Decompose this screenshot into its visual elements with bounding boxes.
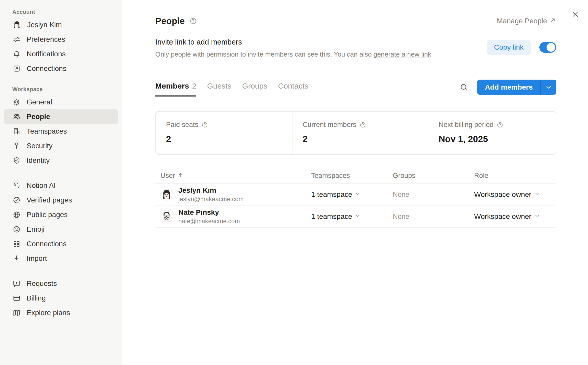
teamspaces-value: 1 teamspace <box>311 190 352 199</box>
tab-groups[interactable]: Groups <box>242 82 267 96</box>
close-icon[interactable] <box>570 9 581 20</box>
sidebar-item-label: Import <box>27 254 47 263</box>
key-icon <box>12 142 21 150</box>
sidebar-item-label: Identity <box>27 156 50 165</box>
sidebar-item-label: Billing <box>27 294 46 302</box>
sidebar-item-teamspaces[interactable]: Teamspaces <box>4 124 118 138</box>
stat-value: Nov 1, 2025 <box>439 134 546 144</box>
sidebar-item-identity[interactable]: Identity <box>4 153 118 168</box>
sidebar-item-label: Preferences <box>27 35 65 44</box>
sidebar-item-public-pages[interactable]: Public pages <box>4 207 118 222</box>
sidebar-item-preferences[interactable]: Preferences <box>4 32 118 47</box>
teamspaces-value: 1 teamspace <box>311 212 352 221</box>
sidebar-item-label: Security <box>27 142 52 150</box>
sidebar-item-billing[interactable]: Billing <box>4 291 118 305</box>
tab-guests[interactable]: Guests <box>207 82 231 96</box>
column-header-role[interactable]: Role <box>474 172 556 180</box>
sliders-icon <box>12 35 21 44</box>
sidebar-item-connections-workspace[interactable]: Connections <box>4 237 118 251</box>
sidebar-item-verified-pages[interactable]: Verified pages <box>4 193 118 207</box>
help-circle-icon[interactable] <box>189 17 197 25</box>
toggle-knob <box>547 43 555 52</box>
sidebar-item-security[interactable]: Security <box>4 138 118 153</box>
sidebar-item-label: Emoji <box>27 225 45 233</box>
user-name: Nate Pinsky <box>178 208 240 217</box>
manage-people-link[interactable]: Manage People <box>497 17 556 25</box>
sidebar-item-label: People <box>27 113 50 121</box>
sidebar-item-requests[interactable]: Requests <box>4 276 118 291</box>
tab-members[interactable]: Members 2 <box>155 82 196 96</box>
sidebar-item-notion-ai[interactable]: Notion AI <box>4 178 118 193</box>
sidebar-item-explore-plans[interactable]: Explore plans <box>4 305 118 320</box>
sidebar-item-import[interactable]: Import <box>4 251 118 266</box>
chevron-down-icon <box>534 190 540 199</box>
chevron-down-icon <box>355 212 361 221</box>
tab-members-count: 2 <box>192 82 197 90</box>
section-label-workspace: Workspace <box>12 86 110 93</box>
external-link-icon <box>12 64 21 73</box>
sidebar-item-connections-account[interactable]: Connections <box>4 61 118 76</box>
tab-contacts[interactable]: Contacts <box>278 82 308 96</box>
globe-icon <box>12 210 21 219</box>
column-label: User <box>160 172 175 180</box>
import-icon <box>12 254 21 263</box>
sidebar-item-notifications[interactable]: Notifications <box>4 47 118 61</box>
column-header-groups[interactable]: Groups <box>393 172 474 180</box>
user-avatar <box>12 20 21 29</box>
manage-people-label: Manage People <box>497 17 547 25</box>
column-header-teamspaces[interactable]: Teamspaces <box>311 172 393 180</box>
billing-stats-cards: Paid seats 2 Current members 2 Next bill… <box>155 111 556 155</box>
role-dropdown[interactable]: Workspace owner <box>474 212 556 221</box>
sidebar-item-general[interactable]: General <box>4 95 118 109</box>
sidebar-item-label: Teamspaces <box>27 127 67 135</box>
sidebar-item-label: Notifications <box>27 50 66 58</box>
shield-check-icon <box>12 156 21 165</box>
stat-value: 2 <box>303 134 418 144</box>
chevron-down-icon[interactable] <box>540 80 556 95</box>
people-icon <box>12 112 21 121</box>
credit-card-icon <box>12 294 21 303</box>
bell-icon <box>12 50 21 58</box>
stat-next-billing-period: Next billing period Nov 1, 2025 <box>428 112 556 154</box>
chevron-down-icon <box>534 212 540 221</box>
arrow-up-right-icon <box>550 17 556 25</box>
help-circle-icon[interactable] <box>497 122 503 128</box>
search-icon[interactable] <box>458 82 470 93</box>
tab-label: Contacts <box>278 82 308 90</box>
help-circle-icon[interactable] <box>360 122 366 128</box>
add-members-label: Add members <box>477 80 540 95</box>
user-cell: Jeslyn Kim jeslyn@makeacme.com <box>155 186 311 202</box>
sidebar-item-label: Connections <box>27 240 67 248</box>
groups-value: None <box>393 191 474 199</box>
stat-current-members: Current members 2 <box>292 112 428 154</box>
avatar <box>160 188 173 201</box>
table-row: Nate Pinsky nate@makeacme.com 1 teamspac… <box>155 206 556 228</box>
sidebar-item-label: Notion AI <box>27 181 56 190</box>
sidebar-item-emoji[interactable]: Emoji <box>4 222 118 237</box>
invite-link-toggle[interactable] <box>539 42 556 53</box>
column-header-user[interactable]: User <box>155 172 311 180</box>
help-circle-icon[interactable] <box>201 122 208 128</box>
avatar <box>160 210 173 223</box>
stat-label: Paid seats <box>166 121 198 129</box>
section-label-account: Account <box>12 9 110 15</box>
teamspaces-dropdown[interactable]: 1 teamspace <box>311 212 393 221</box>
members-table: User Teamspaces Groups Role Jeslyn Kim j… <box>155 168 556 228</box>
sidebar-item-account-profile[interactable]: Jeslyn Kim <box>4 17 118 32</box>
settings-modal: Account Jeslyn Kim Preferences Notificat… <box>0 0 588 365</box>
user-cell: Nate Pinsky nate@makeacme.com <box>155 208 311 224</box>
column-label: Teamspaces <box>311 172 350 180</box>
people-settings-panel: People Manage People Invite link to add … <box>122 0 588 365</box>
add-members-button[interactable]: Add members <box>477 80 556 95</box>
invite-description-text: Only people with permission to invite me… <box>155 50 374 58</box>
invite-link-description: Only people with permission to invite me… <box>155 50 487 58</box>
sidebar-item-people[interactable]: People <box>4 109 118 124</box>
teamspaces-dropdown[interactable]: 1 teamspace <box>311 190 393 199</box>
sidebar-item-label: Requests <box>27 280 57 288</box>
invite-link-heading: Invite link to add members <box>155 38 487 46</box>
role-dropdown[interactable]: Workspace owner <box>474 190 556 199</box>
smiley-icon <box>12 225 21 234</box>
copy-link-button[interactable]: Copy link <box>487 40 531 55</box>
generate-new-link[interactable]: generate a new link <box>374 50 431 58</box>
ai-face-icon <box>12 181 21 190</box>
